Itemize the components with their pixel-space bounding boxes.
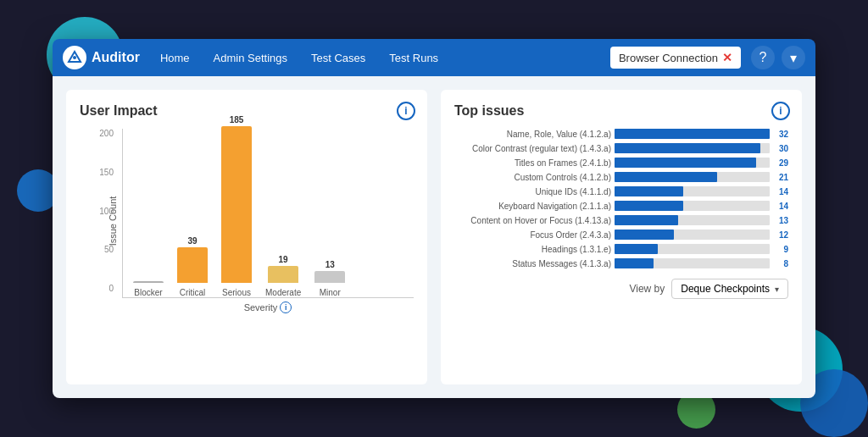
help-icon: ? — [760, 50, 767, 65]
user-icon: ▾ — [790, 50, 797, 66]
issue-row-6: Content on Hover or Focus (1.4.13.a) 13 — [454, 215, 788, 225]
issue-row-2: Titles on Frames (2.4.1.b) 29 — [454, 158, 788, 168]
issue-label-4: Unique IDs (4.1.1.d) — [454, 187, 611, 196]
issue-bar-wrap-5 — [615, 201, 770, 211]
nav-admin-settings[interactable]: Admin Settings — [203, 47, 298, 69]
view-by-label: View by — [629, 283, 665, 295]
bar-serious-fill — [221, 126, 252, 283]
user-menu-button[interactable]: ▾ — [782, 46, 805, 69]
issue-row-1: Color Contrast (regular text) (1.4.3.a) … — [454, 143, 788, 153]
issue-bar-fill-9 — [615, 258, 654, 268]
top-issues-card: Top issues i Name, Role, Value (4.1.2.a)… — [441, 90, 802, 384]
bar-moderate-label: Moderate — [265, 288, 301, 297]
issue-count-6: 13 — [773, 216, 788, 225]
nav-home[interactable]: Home — [150, 47, 200, 69]
bar-serious-label: Serious — [222, 288, 251, 297]
issue-bar-wrap-3 — [615, 172, 770, 182]
y-tick-0: 0 — [108, 284, 114, 293]
issue-bar-wrap-9 — [615, 258, 770, 268]
bar-critical: 39 Critical — [177, 236, 208, 297]
x-axis-title: Severity i — [122, 301, 414, 313]
issue-count-1: 30 — [773, 144, 788, 153]
browser-connection-label: Browser Connection — [619, 52, 718, 64]
nav-test-cases[interactable]: Test Cases — [301, 47, 376, 69]
issue-label-9: Status Messages (4.1.3.a) — [454, 259, 611, 268]
bar-critical-label: Critical — [180, 288, 206, 297]
user-impact-info-icon[interactable]: i — [397, 102, 415, 120]
bar-minor-label: Minor — [320, 288, 341, 297]
issue-count-8: 9 — [773, 245, 788, 254]
issue-row-5: Keyboard Navigation (2.1.1.a) 14 — [454, 201, 788, 211]
browser-connection-tab[interactable]: Browser Connection ✕ — [610, 47, 741, 69]
issue-bar-fill-3 — [615, 172, 717, 182]
app-window: Auditor Home Admin Settings Test Cases T… — [53, 39, 815, 398]
bar-blocker: Blocker — [133, 279, 164, 297]
issue-label-3: Custom Controls (4.1.2.b) — [454, 173, 611, 182]
view-by-value: Deque Checkpoints — [681, 283, 770, 295]
view-by-select[interactable]: Deque Checkpoints ▾ — [671, 279, 788, 299]
issue-bar-wrap-4 — [615, 186, 770, 196]
issue-label-0: Name, Role, Value (4.1.2.a) — [454, 130, 611, 139]
bar-serious: 185 Serious — [221, 115, 252, 297]
bar-blocker-fill — [133, 281, 164, 283]
issue-label-6: Content on Hover or Focus (1.4.13.a) — [454, 216, 611, 225]
issue-bar-wrap-6 — [615, 215, 770, 225]
bar-moderate: 19 Moderate — [265, 255, 301, 297]
bar-minor: 13 Minor — [314, 260, 345, 297]
top-issues-info-icon[interactable]: i — [771, 102, 790, 120]
logo-icon — [63, 46, 86, 69]
bars-container: Blocker 39 Critical 185 Serious — [122, 129, 414, 298]
issue-count-5: 14 — [773, 202, 788, 211]
svg-point-1 — [73, 56, 76, 59]
issue-bar-fill-8 — [615, 244, 658, 254]
main-content: User Impact i Issue Count 200 150 100 50… — [53, 76, 815, 398]
issue-row-3: Custom Controls (4.1.2.b) 21 — [454, 172, 788, 182]
issues-list: Name, Role, Value (4.1.2.a) 32 Color Con… — [454, 129, 788, 268]
issue-bar-fill-1 — [615, 143, 760, 153]
y-tick-100: 100 — [99, 207, 114, 216]
issue-bar-wrap-8 — [615, 244, 770, 254]
issue-label-5: Keyboard Navigation (2.1.1.a) — [454, 202, 611, 211]
logo-text: Auditor — [92, 50, 140, 65]
severity-info-icon[interactable]: i — [280, 301, 292, 313]
issue-bar-fill-0 — [615, 129, 770, 139]
issue-count-3: 21 — [773, 173, 788, 182]
issue-count-9: 8 — [773, 259, 788, 268]
issue-row-9: Status Messages (4.1.3.a) 8 — [454, 258, 788, 268]
issue-label-2: Titles on Frames (2.4.1.b) — [454, 158, 611, 168]
bar-minor-fill — [314, 271, 345, 283]
issue-row-7: Focus Order (2.4.3.a) 12 — [454, 230, 788, 240]
nav-test-runs[interactable]: Test Runs — [379, 47, 448, 69]
issue-bar-fill-2 — [615, 158, 756, 168]
logo[interactable]: Auditor — [63, 46, 140, 69]
y-tick-150: 150 — [99, 168, 114, 177]
issue-count-0: 32 — [773, 130, 788, 139]
issue-count-4: 14 — [773, 187, 788, 196]
issue-label-7: Focus Order (2.4.3.a) — [454, 230, 611, 240]
issue-bar-fill-6 — [615, 215, 678, 225]
close-icon[interactable]: ✕ — [722, 51, 732, 64]
issue-row-0: Name, Role, Value (4.1.2.a) 32 — [454, 129, 788, 139]
issue-count-7: 12 — [773, 230, 788, 240]
y-tick-200: 200 — [99, 129, 114, 138]
user-impact-card: User Impact i Issue Count 200 150 100 50… — [66, 90, 427, 384]
bar-critical-fill — [177, 247, 208, 283]
chevron-down-icon: ▾ — [775, 285, 779, 294]
top-issues-title: Top issues — [454, 103, 788, 119]
bar-blocker-label: Blocker — [134, 288, 162, 297]
issue-bar-wrap-2 — [615, 158, 770, 168]
nav-right: ? ▾ — [751, 46, 805, 69]
issue-bar-wrap-0 — [615, 129, 770, 139]
issue-bar-wrap-1 — [615, 143, 770, 153]
help-button[interactable]: ? — [751, 46, 775, 69]
issue-bar-wrap-7 — [615, 230, 770, 240]
navbar: Auditor Home Admin Settings Test Cases T… — [53, 39, 815, 76]
issue-row-8: Headings (1.3.1.e) 9 — [454, 244, 788, 254]
bar-moderate-fill — [268, 266, 298, 283]
issue-label-8: Headings (1.3.1.e) — [454, 245, 611, 254]
view-by-row: View by Deque Checkpoints ▾ — [454, 279, 788, 299]
issue-row-4: Unique IDs (4.1.1.d) 14 — [454, 186, 788, 196]
issue-count-2: 29 — [773, 158, 788, 168]
issue-bar-fill-7 — [615, 230, 674, 240]
issue-bar-fill-5 — [615, 201, 683, 211]
